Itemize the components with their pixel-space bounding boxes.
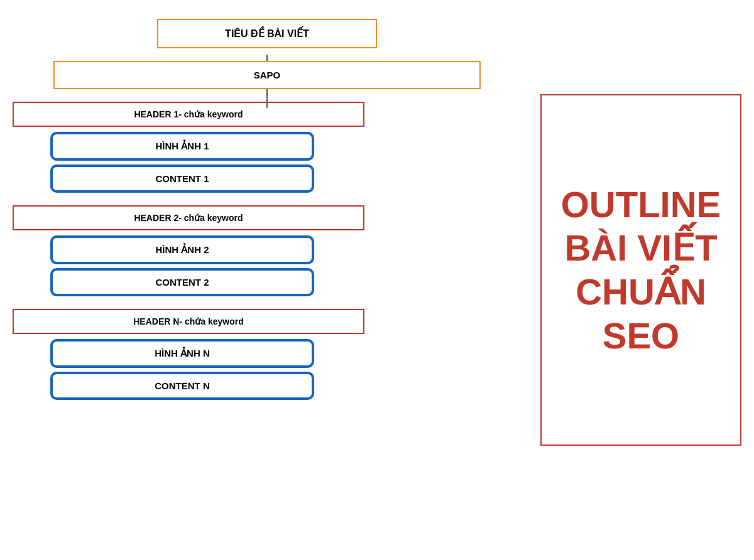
section-2: HEADER 2- chứa keyword HÌNH ẢNH 2 CONTEN… [13,205,522,296]
content-n-label: CONTENT N [155,380,210,391]
sapo-box: SAPO [53,61,481,89]
outline-line2: BÀI VIẾT [561,226,721,270]
main-container: TIÊU ĐỀ BÀI VIẾT SAPO [13,19,741,446]
outline-text: OUTLINE BÀI VIẾT CHUẨN SEO [561,183,721,357]
gap-1 [13,198,522,203]
header-2-label: HEADER 2- chứa keyword [134,213,243,223]
title-label: TIÊU ĐỀ BÀI VIẾT [225,28,309,39]
left-column: TIÊU ĐỀ BÀI VIẾT SAPO [13,19,522,402]
content-2-box: CONTENT 2 [50,268,314,296]
header-n-label: HEADER N- chứa keyword [133,316,243,326]
outline-line4: SEO [561,314,721,358]
image-1-label: HÌNH ẢNH 1 [155,141,209,151]
image-n-box: HÌNH ẢNH N [50,339,314,368]
sapo-label: SAPO [254,70,281,80]
content-1-label: CONTENT 1 [155,173,209,184]
header-2-box: HEADER 2- chứa keyword [13,205,364,230]
outline-box: OUTLINE BÀI VIẾT CHUẨN SEO [540,94,741,446]
section-1: HEADER 1- chứa keyword HÌNH ẢNH 1 CONTEN… [13,102,522,193]
branch-lines [91,89,443,108]
image-2-box: HÌNH ẢNH 2 [50,235,314,264]
content-group-n: HÌNH ẢNH N CONTENT N [50,339,314,400]
image-n-label: HÌNH ẢNH N [155,348,210,358]
content-2-label: CONTENT 2 [155,277,209,288]
title-box: TIÊU ĐỀ BÀI VIẾT [157,19,377,48]
image-2-label: HÌNH ẢNH 2 [155,244,209,255]
connector-title-sapo [266,55,268,61]
content-n-box: CONTENT N [50,372,314,400]
content-group-1: HÌNH ẢNH 1 CONTENT 1 [50,132,314,193]
tree-top: TIÊU ĐỀ BÀI VIẾT SAPO [13,19,522,102]
header-n-box: HEADER N- chứa keyword [13,309,364,334]
content-group-2: HÌNH ẢNH 2 CONTENT 2 [50,235,314,296]
image-1-box: HÌNH ẢNH 1 [50,132,314,161]
content-1-box: CONTENT 1 [50,164,314,193]
sections-container: HEADER 1- chứa keyword HÌNH ẢNH 1 CONTEN… [13,102,522,402]
outline-line3: CHUẨN [561,270,721,314]
section-n: HEADER N- chứa keyword HÌNH ẢNH N CONTEN… [13,309,522,400]
gap-2 [13,301,522,306]
outline-line1: OUTLINE [561,183,721,227]
header-1-label: HEADER 1- chứa keyword [134,109,243,119]
